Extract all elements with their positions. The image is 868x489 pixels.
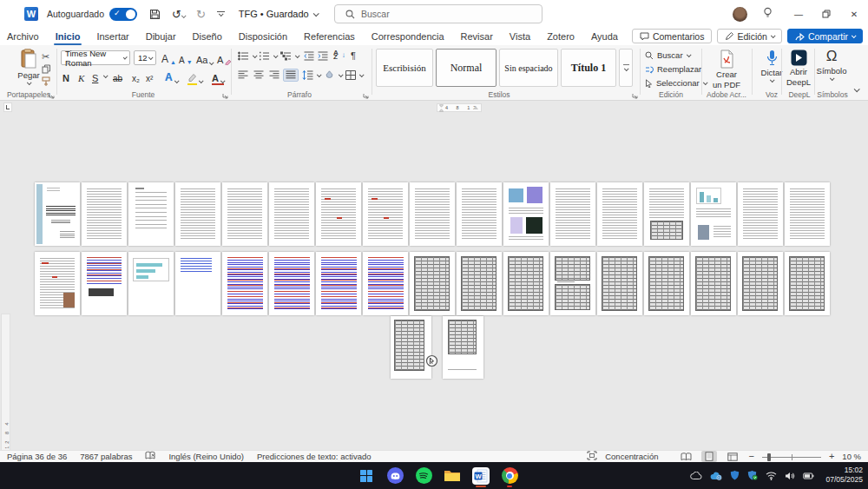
document-title[interactable]: TFG • Guardado [239, 9, 318, 19]
page-thumbnail-19[interactable] [82, 252, 127, 315]
page-thumbnail-9[interactable] [410, 182, 455, 246]
start-button[interactable] [356, 466, 377, 486]
underline-menu-chevron[interactable] [103, 73, 108, 78]
share-button[interactable]: Compartir [787, 29, 863, 43]
tab-diseño[interactable]: Diseño [193, 31, 222, 42]
spotify-icon[interactable] [413, 466, 434, 486]
borders-button[interactable] [345, 70, 363, 80]
indent-markers[interactable] [439, 104, 444, 112]
page-thumbnail-30[interactable] [597, 252, 642, 315]
print-layout-button[interactable] [701, 451, 717, 462]
copy-icon[interactable] [42, 64, 51, 76]
page-thumbnail-25[interactable] [363, 252, 408, 315]
increase-indent-button[interactable] [318, 51, 328, 61]
text-predictions[interactable]: Predicciones de texto: activado [257, 452, 372, 461]
customize-toolbar-button[interactable] [217, 11, 225, 17]
close-button[interactable]: ✕ [840, 0, 868, 28]
comments-button[interactable]: Comentarios [632, 29, 713, 43]
tab-insertar[interactable]: Insertar [96, 31, 128, 42]
tab-stop-selector[interactable] [3, 102, 12, 112]
style-normal[interactable]: Normal [436, 49, 496, 87]
file-explorer-icon[interactable] [442, 466, 463, 486]
cloud-icon[interactable] [690, 468, 702, 484]
multilevel-list-button[interactable] [280, 51, 299, 61]
cut-icon[interactable]: ✂ [42, 51, 49, 63]
page-thumbnail-11[interactable] [503, 182, 549, 246]
page-thumbnail-24[interactable] [316, 252, 361, 315]
tab-correspondencia[interactable]: Correspondencia [372, 31, 444, 42]
page-thumbnail-7[interactable] [316, 182, 361, 246]
page-thumbnail-3[interactable] [128, 182, 174, 246]
clock[interactable]: 15:02 07/05/2025 [825, 466, 863, 485]
word-taskbar-icon[interactable]: W [470, 466, 491, 486]
page-thumbnail-13[interactable] [597, 182, 642, 246]
zoom-slider[interactable] [762, 453, 821, 461]
page-thumbnail-31[interactable] [644, 252, 689, 315]
tab-inicio[interactable]: Inicio [56, 31, 81, 42]
style-titulo-1[interactable]: Título 1 [561, 49, 616, 87]
right-indent-marker[interactable] [473, 106, 478, 109]
styles-gallery-more-button[interactable] [619, 49, 633, 87]
zoom-level[interactable]: 10 % [842, 452, 861, 461]
page-thumbnail-16[interactable] [738, 182, 783, 246]
undo-button[interactable]: ↺ [172, 9, 185, 20]
page-thumbnail-20[interactable] [128, 252, 174, 315]
paste-button[interactable]: Pegar [12, 49, 45, 85]
page-thumbnail-14[interactable] [644, 182, 689, 246]
page-thumbnail-1[interactable] [35, 182, 80, 246]
line-spacing-button[interactable] [302, 70, 320, 80]
editing-mode-button[interactable]: Edición [717, 29, 781, 43]
page-thumbnail-5[interactable] [222, 182, 267, 246]
page-thumbnail-36[interactable] [443, 316, 483, 379]
user-avatar[interactable] [733, 7, 747, 22]
page-thumbnail-15[interactable] [691, 182, 736, 246]
page-thumbnail-4[interactable] [175, 182, 220, 246]
language-indicator[interactable]: Inglés (Reino Unido) [168, 452, 244, 461]
show-marks-button[interactable]: ¶ [351, 50, 356, 61]
align-right-button[interactable] [269, 70, 279, 80]
page-thumbnail-21[interactable] [175, 252, 220, 315]
replace-button[interactable]: Reemplazar [645, 64, 701, 74]
page-thumbnail-22[interactable] [222, 252, 267, 315]
paragraph-dialog-launcher[interactable] [363, 91, 369, 101]
style-escribision[interactable]: Escribisión [376, 49, 433, 87]
word-count[interactable]: 7867 palabras [80, 452, 132, 461]
save-button[interactable] [149, 9, 161, 20]
page-thumbnail-34[interactable] [785, 252, 830, 315]
strikethrough-button[interactable]: ab [113, 69, 122, 83]
tab-archivo[interactable]: Archivo [7, 31, 39, 42]
search-input[interactable]: Buscar [334, 4, 542, 23]
zoom-out-button[interactable]: − [748, 452, 753, 461]
security-shield-icon[interactable] [730, 468, 740, 484]
page-thumbnail-27[interactable] [457, 252, 502, 315]
page-thumbnail-17[interactable] [785, 182, 830, 246]
lightbulb-icon[interactable] [763, 6, 773, 22]
minimize-button[interactable]: — [785, 0, 812, 28]
tab-ayuda[interactable]: Ayuda [591, 31, 618, 42]
page-thumbnail-23[interactable] [269, 252, 314, 315]
clipboard-dialog-launcher[interactable] [49, 91, 55, 101]
underline-button[interactable]: S [92, 69, 98, 83]
styles-dialog-launcher[interactable] [632, 91, 638, 101]
discord-icon[interactable] [385, 466, 405, 486]
symbol-button[interactable]: Ω Símbolo [814, 49, 849, 81]
zoom-in-button[interactable]: + [829, 452, 834, 461]
page-thumbnail-28[interactable] [503, 252, 549, 315]
vertical-ruler[interactable]: 20 16 12 8 4 [1, 314, 10, 450]
page-thumbnail-12[interactable] [550, 182, 595, 246]
find-button[interactable]: Buscar [645, 50, 690, 60]
select-button[interactable]: Seleccionar [645, 78, 707, 88]
page-thumbnail-10[interactable] [457, 182, 502, 246]
font-dialog-launcher[interactable] [222, 91, 228, 101]
italic-button[interactable]: K [78, 69, 84, 83]
style-sin-espaciado[interactable]: Sin espaciado [499, 49, 558, 87]
restore-button[interactable] [812, 0, 840, 28]
onedrive-sync-icon[interactable] [710, 468, 722, 484]
tab-zotero[interactable]: Zotero [547, 31, 575, 42]
tab-referencias[interactable]: Referencias [304, 31, 355, 42]
spellcheck-icon[interactable] [145, 451, 155, 462]
page-thumbnail-35[interactable] [391, 316, 431, 379]
focus-mode-button[interactable]: Concentración [605, 452, 658, 461]
tab-vista[interactable]: Vista [510, 31, 530, 42]
web-layout-button[interactable] [725, 451, 740, 462]
